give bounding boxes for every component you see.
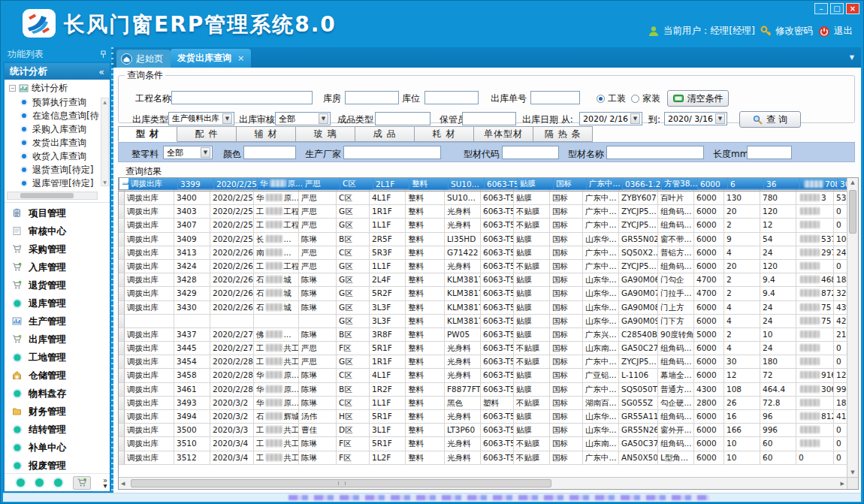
- scroll-down-icon[interactable]: ▼: [847, 469, 858, 475]
- material-tab[interactable]: 配 件: [177, 126, 237, 142]
- sidebar-item[interactable]: 审核中心: [5, 222, 110, 240]
- scroll-down-icon[interactable]: ▼: [101, 180, 108, 185]
- toolbar-dot-icon[interactable]: [54, 478, 62, 487]
- scrollbar-thumb[interactable]: [849, 190, 856, 234]
- toolbar-dot-icon[interactable]: [17, 478, 25, 487]
- tree-root[interactable]: − 统计分析: [5, 80, 110, 95]
- table-row[interactable]: 调拨出库34132020/2/26南...严思C区5R3F整料G71422606…: [119, 246, 847, 260]
- table-row[interactable]: 调拨出库34452020/2/27工共工程严思F区5R1F整料光身料6063-T…: [119, 342, 847, 355]
- sidebar-item[interactable]: 退货管理: [5, 276, 110, 294]
- sidebar-item[interactable]: 退库管理: [5, 294, 110, 312]
- table-row[interactable]: 调拨出库34292020/2/26石城陈琳G区5R2F整料KLM38176063…: [119, 287, 847, 300]
- table-row[interactable]: 调拨出库33992020/2/25华原...严思C区2L1F整料SU10...6…: [119, 178, 847, 190]
- keeper-input[interactable]: [462, 112, 516, 125]
- table-row[interactable]: 调拨出库35102020/3/4工共工程陈琳F区5R1F整料光身料6063-T5…: [119, 437, 847, 451]
- tab-home[interactable]: 起始页: [116, 50, 171, 68]
- tree-vertical-scrollbar[interactable]: ▲▼: [101, 98, 109, 186]
- material-tab[interactable]: 成 品: [355, 126, 415, 142]
- pin-icon[interactable]: [100, 50, 107, 59]
- material-tab[interactable]: 玻 璃: [296, 126, 355, 142]
- tree-item[interactable]: 在途信息查询[待: [5, 109, 110, 122]
- sidebar-item[interactable]: 物料盘存: [5, 385, 110, 403]
- material-tab[interactable]: 型 材: [118, 126, 177, 142]
- sidebar-item[interactable]: 财务管理: [5, 403, 110, 421]
- toolbar-dot-icon[interactable]: [35, 478, 44, 487]
- scroll-right-icon[interactable]: ▶: [841, 481, 844, 487]
- toolbar-more-icon[interactable]: »▾: [103, 478, 107, 488]
- material-tab[interactable]: 耗 材: [415, 126, 474, 142]
- clear-conditions-button[interactable]: 清空条件: [667, 90, 729, 107]
- table-row[interactable]: 调拨出库34612020/2/28华原...陈琳B区1R2F整料F8877FT6…: [119, 383, 847, 397]
- tab-close-icon[interactable]: ×: [237, 53, 244, 63]
- profile-code-input[interactable]: [502, 146, 559, 159]
- scrollbar-thumb[interactable]: [131, 479, 551, 487]
- grid-vertical-scrollbar[interactable]: ▲ ▼: [847, 178, 858, 477]
- scrollbar-thumb[interactable]: [20, 193, 74, 198]
- table-row[interactable]: 调拨出库34942020/3/2石辉城汤伟H区5R1F整料光身料6063-T5贴…: [119, 410, 847, 424]
- sidebar-item[interactable]: 出库管理: [5, 330, 110, 349]
- collapse-icon[interactable]: «: [98, 66, 104, 77]
- table-row[interactable]: 调拨出库34072020/2/25工工程严思G区1L1F整料光身料6063-T5…: [119, 219, 847, 232]
- sidebar-item[interactable]: 结转管理: [5, 421, 110, 439]
- table-row[interactable]: G区3L3F整料KLM38176063-T5贴膜国标山东华...GA90M09.…: [119, 315, 847, 328]
- material-tab[interactable]: 辅 材: [237, 126, 296, 142]
- table-row[interactable]: 调拨出库34032020/2/25工工程严思G区1R1F整料光身料6063-T5…: [119, 205, 847, 219]
- length-input[interactable]: [747, 146, 792, 159]
- manufacturer-input[interactable]: [343, 146, 441, 159]
- product-type-input[interactable]: [375, 112, 430, 125]
- table-row[interactable]: 调拨出库34092020/2/25长...陈琳B区2R5F整料LI35HD606…: [119, 233, 847, 246]
- sidebar-item[interactable]: 报废管理: [5, 457, 110, 473]
- logout-button[interactable]: 退出: [818, 25, 853, 38]
- sidebar-item[interactable]: 生产管理: [5, 312, 110, 330]
- grid-horizontal-scrollbar[interactable]: ◀ ▶: [119, 477, 847, 489]
- audit-select[interactable]: 全部▼: [275, 112, 331, 125]
- table-row[interactable]: 调拨出库34002020/2/25华原...严思C区4L1F整料SU10...6…: [119, 192, 847, 205]
- material-tab[interactable]: 单体型材: [474, 126, 533, 142]
- sidebar-item[interactable]: 采购管理: [5, 240, 110, 258]
- close-button[interactable]: ×: [846, 3, 859, 14]
- table-row[interactable]: 调拨出库34372020/2/27佛...陈琳B区3R8F整料PW056063-…: [119, 328, 847, 342]
- material-tab[interactable]: 隔 热 条: [533, 126, 593, 142]
- sidebar-item[interactable]: 仓储管理: [5, 367, 110, 385]
- date-to-picker[interactable]: 2020/ 3/16▼: [664, 112, 727, 125]
- table-row[interactable]: 调拨出库34582020/2/28华原...陈琳C区4L1F整料光身料6063-…: [119, 369, 847, 382]
- order-no-input[interactable]: [530, 91, 580, 104]
- maximize-button[interactable]: □: [830, 3, 844, 14]
- color-input[interactable]: [243, 146, 296, 159]
- table-row[interactable]: 调拨出库35122020/3/4工共工程陈琳F区1L2F整料光身料6063-T5…: [119, 451, 847, 465]
- warehouse-input[interactable]: [345, 91, 399, 104]
- table-row[interactable]: 调拨出库34282020/2/26石城陈琳G区2L4F整料KLM38176063…: [119, 273, 847, 287]
- tree-item[interactable]: 退库管理[待定]: [5, 177, 110, 187]
- whole-part-select[interactable]: 全部▼: [163, 146, 213, 159]
- change-password-button[interactable]: 修改密码: [760, 25, 813, 38]
- table-row[interactable]: 调拨出库34302020/2/26石城陈琳G区3L3F整料KLM38176063…: [119, 301, 847, 315]
- scroll-up-icon[interactable]: ▲: [847, 180, 858, 186]
- scroll-left-icon[interactable]: ◀: [121, 481, 125, 487]
- tab-active[interactable]: 发货出库查询 ×: [171, 49, 251, 68]
- sidebar-item[interactable]: 工地管理: [5, 349, 110, 367]
- sidebar-item[interactable]: 项目管理: [5, 204, 110, 222]
- profile-name-input[interactable]: [606, 146, 704, 159]
- toolbar-cart-button[interactable]: [73, 476, 91, 490]
- sidebar-item[interactable]: 入库管理: [5, 258, 110, 276]
- tree-horizontal-scrollbar[interactable]: [7, 192, 98, 200]
- search-button[interactable]: 查 询: [739, 111, 801, 128]
- radio-home-install[interactable]: 家装: [631, 92, 660, 105]
- radio-work-install[interactable]: 工装: [597, 92, 626, 105]
- tree-expand-icon[interactable]: −: [9, 85, 16, 92]
- table-row[interactable]: 调拨出库34542020/2/28工共工程严思G区1R1F整料光身料6063-T…: [119, 355, 847, 369]
- out-type-select[interactable]: 生产领料出库▼: [168, 112, 234, 125]
- table-row[interactable]: 调拨出库34932020/3/2华原...陈琳C区1L1F整料黑色塑料不贴膜国标…: [119, 397, 847, 410]
- tab-overflow-caret-icon[interactable]: ▼: [850, 54, 854, 61]
- tree-item[interactable]: 采购入库查询: [5, 122, 110, 136]
- table-row[interactable]: 调拨出库34242020/2/26工工程严思G区1L1F整料光身料6063-T5…: [119, 260, 847, 273]
- tree-item[interactable]: 预算执行查询: [5, 95, 110, 109]
- minimize-button[interactable]: –: [814, 3, 828, 14]
- scroll-up-icon[interactable]: ▲: [101, 99, 108, 104]
- date-from-picker[interactable]: 2020/ 2/16▼: [579, 112, 642, 125]
- tree-item[interactable]: 收货入库查询: [5, 149, 110, 163]
- table-row[interactable]: 调拨出库35002020/3/3工共工程曹佳D区3L1F整料LT3P606063…: [119, 424, 847, 437]
- tree-item[interactable]: 发货出库查询: [5, 136, 110, 149]
- sidebar-item[interactable]: 补单中心: [5, 439, 110, 457]
- tree-item[interactable]: 退货查询[待定]: [5, 163, 110, 177]
